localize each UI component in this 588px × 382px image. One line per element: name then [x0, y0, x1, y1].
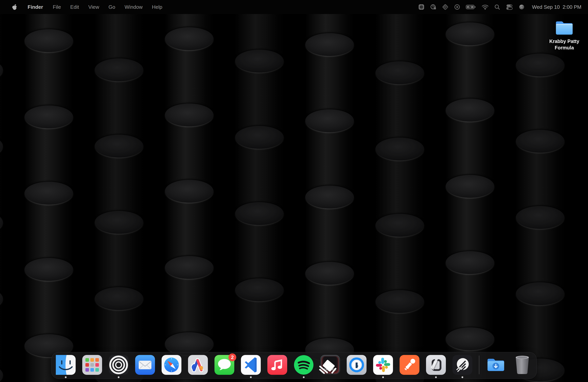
apple-menu[interactable] — [7, 4, 22, 10]
trash-icon — [512, 355, 532, 375]
menu-window[interactable]: Window — [120, 4, 147, 10]
dock-item-vscode[interactable] — [241, 355, 261, 375]
dock-item-iphone-mirroring[interactable] — [426, 355, 446, 375]
apple-music-icon — [267, 355, 287, 375]
dock-item-finder[interactable] — [56, 355, 76, 375]
bullseye-rings-icon — [109, 355, 128, 375]
mail-icon — [135, 355, 155, 375]
downloads-folder-icon — [486, 355, 506, 375]
battery-charging-icon[interactable] — [465, 3, 476, 11]
control-center-icon[interactable] — [505, 3, 513, 11]
desktop-screen: Finder File Edit View Go Window Help — [0, 0, 588, 382]
menu-file[interactable]: File — [48, 4, 65, 10]
iphone-mirroring-icon — [426, 355, 446, 375]
dock-item-postman[interactable] — [399, 355, 420, 375]
now-playing-icon[interactable] — [454, 3, 461, 11]
dock-item-raycast[interactable]: raycast — [320, 355, 340, 375]
dock-item-apple-music[interactable] — [267, 355, 287, 375]
dock: 2 — [51, 352, 537, 379]
dock-separator — [479, 356, 479, 374]
raycast-label: raycast — [320, 367, 340, 371]
dock-item-1password[interactable] — [347, 355, 367, 375]
safari-icon — [162, 355, 181, 375]
slack-icon — [373, 355, 393, 375]
menu-bar-status: Wed Sep 10 2:00 PM — [418, 3, 588, 11]
dock-item-launchpad[interactable] — [82, 355, 102, 375]
privacy-hatch-icon[interactable] — [442, 3, 449, 11]
dock-item-downloads-folder[interactable] — [486, 355, 506, 375]
active-app-name[interactable]: Finder — [22, 4, 48, 10]
dock-item-slack[interactable] — [373, 355, 393, 375]
dock-item-linear[interactable] — [452, 355, 472, 375]
onepassword-icon — [347, 355, 367, 375]
raycast-icon: raycast — [320, 355, 340, 375]
menu-bar-left: Finder File Edit View Go Window Help — [0, 4, 167, 10]
launchpad-icon — [82, 355, 102, 375]
dock-item-concentric-rings-app[interactable] — [109, 355, 128, 375]
menu-bar-clock[interactable]: Wed Sep 10 2:00 PM — [532, 4, 581, 10]
desktop-folder-label: Krabby Patty Formula — [548, 38, 581, 51]
arc-browser-icon — [188, 355, 208, 375]
starburst-app-icon[interactable] — [418, 3, 425, 11]
menu-view[interactable]: View — [84, 4, 104, 10]
messages-badge: 2 — [229, 353, 236, 361]
vscode-icon — [241, 355, 261, 375]
menu-help[interactable]: Help — [147, 4, 167, 10]
postman-icon — [399, 355, 420, 375]
dock-item-spotify[interactable] — [294, 355, 314, 375]
apple-logo-icon — [12, 4, 18, 10]
finder-icon — [56, 355, 76, 375]
spotlight-search-icon[interactable] — [494, 3, 501, 11]
dock-item-mail[interactable] — [135, 355, 155, 375]
menu-go[interactable]: Go — [104, 4, 120, 10]
menu-edit[interactable]: Edit — [65, 4, 84, 10]
spotify-icon — [294, 355, 314, 375]
dock-item-arc-browser[interactable] — [188, 355, 208, 375]
dock-item-messages[interactable]: 2 — [214, 355, 234, 375]
screen-lock-icon[interactable] — [430, 3, 437, 11]
siri-icon[interactable] — [518, 3, 525, 11]
linear-icon — [452, 355, 472, 375]
menu-bar: Finder File Edit View Go Window Help — [0, 0, 588, 14]
dock-item-trash[interactable] — [512, 355, 532, 375]
folder-icon — [555, 19, 574, 36]
desktop-folder-krabby-patty[interactable]: Krabby Patty Formula — [546, 19, 583, 51]
wallpaper — [0, 0, 588, 382]
wifi-icon[interactable] — [482, 3, 489, 11]
dock-item-safari[interactable] — [162, 355, 181, 375]
